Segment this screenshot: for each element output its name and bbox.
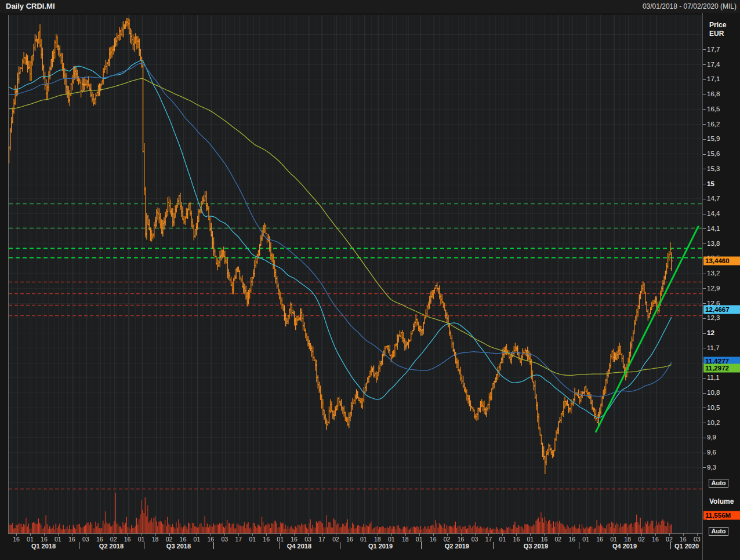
time-tick-label: 16 <box>180 536 187 543</box>
time-tick-label: 16 <box>596 536 603 543</box>
quarter-divider <box>579 542 579 549</box>
chart-window: Daily CRDI.MI 03/01/2018 - 07/02/2020 (M… <box>0 0 740 560</box>
title-bar: Daily CRDI.MI 03/01/2018 - 07/02/2020 (M… <box>0 0 740 13</box>
quarter-divider <box>421 542 422 549</box>
time-tick-label: 01 <box>582 536 589 543</box>
time-tick-label: 16 <box>96 536 103 543</box>
ma50-price-label: 12,4667 <box>703 306 740 314</box>
quarter-label-q3-2018: Q3 2018 <box>166 543 191 550</box>
time-tick-label: 03 <box>221 536 228 543</box>
price-tick-14,7: 14,7 <box>703 195 720 202</box>
time-tick-label: 03 <box>82 536 89 543</box>
quarter-divider <box>670 542 671 549</box>
time-tick-label: 17 <box>485 536 492 543</box>
time-tick-label: 16 <box>430 536 437 543</box>
quarter-label-q1-2019: Q1 2019 <box>368 543 393 550</box>
time-tick-label: 16 <box>124 536 131 543</box>
time-tick-label: 16 <box>41 536 48 543</box>
price-tick-16,2: 16,2 <box>703 121 720 128</box>
time-tick-label: 16 <box>652 536 659 543</box>
price-tick-11,1: 11,1 <box>703 374 720 381</box>
time-tick-label: 17 <box>318 536 325 543</box>
price-tick-9,3: 9,3 <box>703 464 716 471</box>
time-tick-label: 16 <box>513 536 520 543</box>
time-tick-label: 03 <box>304 536 311 543</box>
price-tick-17,7: 17,7 <box>703 46 720 53</box>
quarter-divider <box>213 542 214 549</box>
price-tick-13,2: 13,2 <box>703 270 720 277</box>
last-price-label: 13,4460 <box>703 257 740 266</box>
price-tick-16,5: 16,5 <box>703 106 720 112</box>
time-tick-label: 16 <box>263 536 270 543</box>
price-tick-12,9: 12,9 <box>703 285 720 292</box>
volume-axis-title: Volume <box>709 497 734 506</box>
time-tick-label: 02 <box>554 536 561 543</box>
price-tick-17,4: 17,4 <box>703 61 720 68</box>
price-tick-15,6: 15,6 <box>703 150 720 157</box>
time-tick-label: 02 <box>444 536 451 543</box>
quarter-label-q3-2019: Q3 2019 <box>524 543 548 550</box>
time-tick-label: 01 <box>360 536 367 543</box>
chart-canvas[interactable] <box>9 15 702 533</box>
quarter-divider <box>280 542 280 549</box>
time-tick-label: 01 <box>527 536 534 543</box>
quarter-divider <box>493 542 494 549</box>
price-axis-panel[interactable]: Price EUR 17,717,417,116,816,516,215,915… <box>702 13 740 560</box>
quarter-divider <box>340 542 340 549</box>
time-tick-label: 16 <box>13 536 20 543</box>
price-tick-14,1: 14,1 <box>703 225 720 232</box>
time-tick-label: 03 <box>471 536 478 543</box>
quarter-divider <box>144 542 144 549</box>
plot-area[interactable] <box>8 15 702 534</box>
time-tick-label: 02 <box>332 536 339 543</box>
quarter-label-q4-2019: Q4 2019 <box>612 543 637 550</box>
quarter-label-q2-2018: Q2 2018 <box>99 543 124 550</box>
price-tick-14,4: 14,4 <box>703 210 720 217</box>
time-tick-label: 01 <box>55 536 61 543</box>
time-tick-label: 16 <box>458 536 465 543</box>
price-tick-10,8: 10,8 <box>703 389 720 396</box>
price-tick-15: 15 <box>703 180 714 187</box>
price-tick-17,1: 17,1 <box>703 75 720 82</box>
price-tick-11,7: 11,7 <box>703 344 720 351</box>
price-tick-10,5: 10,5 <box>703 404 720 411</box>
time-tick-label: 18 <box>152 536 159 543</box>
volume-auto-button[interactable]: Auto <box>709 527 728 536</box>
time-tick-label: 02 <box>110 536 117 543</box>
price-tick-9,6: 9,6 <box>703 449 716 456</box>
time-tick-label: 02 <box>638 536 645 543</box>
price-tick-12,3: 12,3 <box>703 314 720 321</box>
quarter-label-q2-2019: Q2 2019 <box>445 543 469 550</box>
time-tick-label: 01 <box>388 536 395 543</box>
time-tick-label: 18 <box>402 536 409 543</box>
time-tick-label: 01 <box>499 536 506 543</box>
time-tick-label: 03 <box>694 536 701 543</box>
quarter-label-q1-2018: Q1 2018 <box>31 543 56 550</box>
price-tick-15,9: 15,9 <box>703 135 720 142</box>
last-volume-label: 11,556M <box>703 511 740 520</box>
time-tick-label: 18 <box>374 536 381 543</box>
time-axis-panel[interactable]: 1601160116031602160118021601160317011601… <box>8 533 702 553</box>
price-tick-10,2: 10,2 <box>703 419 720 426</box>
time-tick-label: 01 <box>194 536 201 543</box>
price-tick-15,3: 15,3 <box>703 165 720 172</box>
quarter-divider <box>79 542 79 549</box>
ma200-price-label: 11,2972 <box>703 363 740 372</box>
time-tick-label: 16 <box>680 536 687 543</box>
time-tick-label: 01 <box>277 536 284 543</box>
time-tick-label: 18 <box>624 536 631 543</box>
price-tick-12: 12 <box>703 329 714 336</box>
time-tick-label: 01 <box>27 536 34 543</box>
time-tick-label: 17 <box>235 536 242 543</box>
time-tick-label: 01 <box>610 536 617 543</box>
price-auto-button[interactable]: Auto <box>709 479 728 488</box>
time-tick-label: 02 <box>166 536 173 543</box>
time-tick-label: 16 <box>346 536 353 543</box>
price-tick-13,8: 13,8 <box>703 240 720 247</box>
time-tick-label: 16 <box>291 536 298 543</box>
time-tick-label: 01 <box>249 536 256 543</box>
time-tick-label: 02 <box>666 536 673 543</box>
date-range: 03/01/2018 - 07/02/2020 (MIL) <box>643 2 737 10</box>
time-tick-label: 16 <box>68 536 75 543</box>
chart-title: Daily CRDI.MI <box>6 2 55 10</box>
